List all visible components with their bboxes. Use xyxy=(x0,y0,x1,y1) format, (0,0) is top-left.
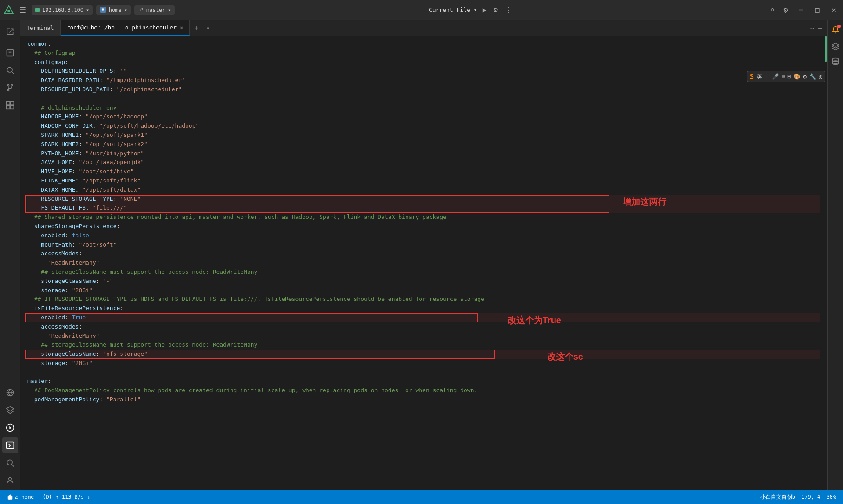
activitybar-extensions[interactable] xyxy=(2,97,18,113)
status-home-label: ⌂ home xyxy=(15,494,34,500)
code-line-36: storage: "20Gi" xyxy=(27,359,820,368)
code-line-2: ## Configmap xyxy=(27,49,820,58)
code-line-35: storageClassName: "nfs-storage" xyxy=(27,350,820,359)
tabbar: Terminal root@cube: /ho...olphinschedule… xyxy=(20,20,827,36)
code-line-27: storageClassName: "-" xyxy=(27,277,820,286)
activitybar-git[interactable] xyxy=(2,80,18,96)
code-line-39: ## PodManagementPolicy controls how pods… xyxy=(27,386,820,395)
maximize-button[interactable]: □ xyxy=(812,4,823,16)
tab-terminal[interactable]: Terminal xyxy=(20,20,61,36)
file-tab-label: root@cube: /ho...olphinscheduler xyxy=(67,24,177,31)
rightsidebar xyxy=(827,20,843,490)
code-line-38: master: xyxy=(27,377,820,386)
home-badge: H xyxy=(100,7,106,13)
tab-add-button[interactable]: + xyxy=(190,20,203,36)
sogou-english-icon[interactable]: 英 xyxy=(757,73,762,81)
activitybar-terminal[interactable] xyxy=(2,437,18,453)
tab-actions: ⋯ ─ xyxy=(808,20,827,36)
sogou-skin-icon[interactable]: 🎨 xyxy=(793,73,800,80)
ai-assistant-icon[interactable] xyxy=(829,40,842,53)
sogou-grid-icon[interactable]: ⊞ xyxy=(788,73,791,80)
code-line-4: DOLPHINSCHEDULER_OPTS: "" xyxy=(27,67,820,76)
status-network-label: (D) ↑ 113 B/s ↓ xyxy=(43,494,90,500)
tab-ellipsis-icon[interactable]: ⋯ xyxy=(808,23,815,33)
code-line-21: sharedStoragePersistence: xyxy=(27,222,820,231)
debug-icon[interactable]: ⚙ xyxy=(492,4,500,16)
status-network[interactable]: (D) ↑ 113 B/s ↓ xyxy=(40,490,93,504)
activitybar-search2[interactable] xyxy=(2,455,18,471)
main-area: Terminal root@cube: /ho...olphinschedule… xyxy=(20,20,827,490)
activitybar-explorer[interactable] xyxy=(2,24,18,39)
activitybar-search[interactable] xyxy=(2,62,18,78)
activitybar-files[interactable] xyxy=(2,45,18,61)
code-line-18: RESOURCE_STORAGE_TYPE: "NONE" xyxy=(27,195,820,204)
svg-point-23 xyxy=(7,460,12,465)
run-icon[interactable]: ▶ xyxy=(481,4,489,16)
add-tab-icon: + xyxy=(194,24,198,32)
server-chevron-icon: ▾ xyxy=(86,7,89,13)
status-right: □ 小白自文自创b 179, 4 36% xyxy=(751,493,839,501)
code-line-24: accessModes: xyxy=(27,249,820,258)
code-line-14: JAVA_HOME: "/opt/java/openjdk" xyxy=(27,158,820,167)
code-line-26: ## storageClassName must support the acc… xyxy=(27,268,820,277)
code-line-7 xyxy=(27,94,820,104)
code-line-34: ## storageClassName must support the acc… xyxy=(27,340,820,350)
sogou-mic-icon[interactable]: 🎤 xyxy=(772,73,779,80)
current-file-label[interactable]: Current File xyxy=(429,7,470,13)
status-encoding[interactable]: 36% xyxy=(824,494,839,500)
annotation-change-sc: 改这个sc xyxy=(547,350,583,364)
scroll-indicator xyxy=(825,36,827,62)
database-icon[interactable] xyxy=(829,55,842,68)
search-icon[interactable]: ⌕ xyxy=(768,4,776,16)
activitybar-play[interactable] xyxy=(2,420,18,436)
minimize-button[interactable]: ─ xyxy=(795,4,807,16)
status-home[interactable]: ⌂ home xyxy=(4,490,36,504)
code-line-17: DATAX_HOME: "/opt/soft/datax" xyxy=(27,186,820,195)
code-line-23: mountPath: "/opt/soft" xyxy=(27,240,820,250)
tab-close-icon[interactable]: ✕ xyxy=(180,25,183,31)
server-selector[interactable]: 192.168.3.100 ▾ xyxy=(32,5,93,15)
svg-point-8 xyxy=(7,85,9,86)
svg-rect-14 xyxy=(6,106,10,109)
close-button[interactable]: ✕ xyxy=(828,4,839,16)
code-line-12: SPARK_HOME2: "/opt/soft/spark2" xyxy=(27,140,820,149)
status-position[interactable]: 179, 4 xyxy=(799,494,823,500)
server-dot xyxy=(35,8,40,12)
status-ime-label: □ 小白自文自创b xyxy=(754,493,795,501)
branch-chevron-icon: ▾ xyxy=(168,7,171,13)
sogou-separator1: · xyxy=(765,72,769,81)
code-line-30: fsFileResourcePersistence: xyxy=(27,304,820,313)
code-line-8: # dolphinscheduler env xyxy=(27,104,820,113)
sogou-tools-icon[interactable]: 🔧 xyxy=(809,73,816,80)
code-line-10: HADOOP_CONF_DIR: "/opt/soft/hadoop/etc/h… xyxy=(27,122,820,131)
sogou-settings-icon[interactable]: ⚙ xyxy=(803,73,807,80)
code-line-25: - "ReadWriteMany" xyxy=(27,258,820,268)
sogou-logo: S xyxy=(750,73,754,81)
tab-file[interactable]: root@cube: /ho...olphinscheduler ✕ xyxy=(61,20,190,36)
code-line-15: HIVE_HOME: "/opt/soft/hive" xyxy=(27,167,820,176)
sogou-keyboard-icon[interactable]: ⌨ xyxy=(782,73,785,80)
code-line-19: FS_DEFAULT_FS: "file:///" xyxy=(27,204,820,213)
svg-marker-18 xyxy=(6,407,14,411)
activitybar-layers[interactable] xyxy=(2,402,18,418)
status-encoding-label: 36% xyxy=(826,494,836,500)
status-ime[interactable]: □ 小白自文自创b xyxy=(751,493,798,501)
sogou-extra-icon[interactable]: ◎ xyxy=(819,73,822,80)
more-options-icon[interactable]: ⋮ xyxy=(503,4,514,16)
branch-selector[interactable]: ⎇ master ▾ xyxy=(134,5,175,15)
menu-icon[interactable]: ☰ xyxy=(18,4,28,16)
tab-chevron-button[interactable]: ▾ xyxy=(203,20,213,36)
code-line-3: configmap: xyxy=(27,58,820,67)
svg-rect-13 xyxy=(10,102,14,105)
notification-icon[interactable] xyxy=(829,24,842,36)
home-selector[interactable]: H home ▾ xyxy=(96,5,131,15)
activitybar-account[interactable] xyxy=(2,472,18,488)
settings-icon[interactable]: ⚙ xyxy=(782,4,790,16)
code-line-9: HADOOP_HOME: "/opt/soft/hadoop" xyxy=(27,112,820,122)
tab-minimize-icon[interactable]: ─ xyxy=(817,23,824,33)
activitybar-remote[interactable] xyxy=(2,385,18,400)
tab-list-icon: ▾ xyxy=(206,25,209,31)
terminal-content[interactable]: common: ## Configmap configmap: DOLPHINS… xyxy=(20,36,827,490)
app-logo xyxy=(4,5,14,15)
code-line-28: storage: "20Gi" xyxy=(27,286,820,295)
